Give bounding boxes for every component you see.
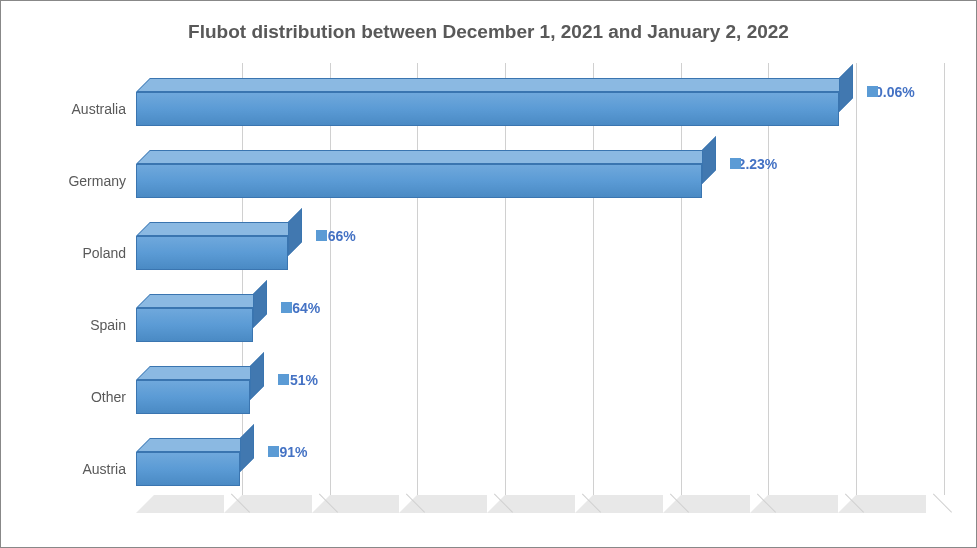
chart-title: Flubot distribution between December 1, … [41, 21, 936, 43]
bar-value-label: 5.91% [268, 444, 308, 460]
category-label: Austria [51, 461, 126, 477]
gridline [944, 63, 945, 495]
bar-value-label: 6.51% [278, 372, 318, 388]
bar-front [136, 308, 253, 342]
category-label: Australia [51, 101, 126, 117]
bar: 8.66% [136, 236, 288, 270]
bar-top [136, 222, 302, 236]
bar-front [136, 452, 240, 486]
bar: 6.64% [136, 308, 253, 342]
bar-value-label: 6.64% [281, 300, 321, 316]
category-label: Poland [51, 245, 126, 261]
bar: 5.91% [136, 452, 240, 486]
bar-top [136, 150, 716, 164]
category-label: Other [51, 389, 126, 405]
bar-value-label: 40.06% [867, 84, 914, 100]
bar: 6.51% [136, 380, 250, 414]
bar-top [136, 78, 853, 92]
y-axis-labels: AustraliaGermanyPolandSpainOtherAustria [51, 63, 131, 513]
bar-side [240, 424, 254, 472]
bar: 32.23% [136, 164, 702, 198]
chart-container: Flubot distribution between December 1, … [0, 0, 977, 548]
bar-side [702, 136, 716, 184]
bar-side [288, 208, 302, 256]
series-marker-icon [281, 302, 292, 313]
bar-side [250, 352, 264, 400]
bar-front [136, 164, 702, 198]
series-marker-icon [268, 446, 279, 457]
bar-top [136, 366, 264, 380]
bar-side [839, 64, 853, 112]
bar-value-label: 32.23% [730, 156, 777, 172]
bars-area: 40.06% 32.23% 8.66% 6.64% 6.51% 5.91% [136, 63, 926, 495]
series-marker-icon [730, 158, 741, 169]
category-label: Spain [51, 317, 126, 333]
bar-front [136, 380, 250, 414]
series-marker-icon [316, 230, 327, 241]
bar-top [136, 438, 254, 452]
series-marker-icon [278, 374, 289, 385]
bar-top [136, 294, 267, 308]
category-label: Germany [51, 173, 126, 189]
bar: 40.06% [136, 92, 839, 126]
bar-side [253, 280, 267, 328]
bar-front [136, 92, 839, 126]
series-marker-icon [867, 86, 878, 97]
bar-value-label: 8.66% [316, 228, 356, 244]
plot-area: AustraliaGermanyPolandSpainOtherAustria … [51, 63, 931, 513]
bar-front [136, 236, 288, 270]
